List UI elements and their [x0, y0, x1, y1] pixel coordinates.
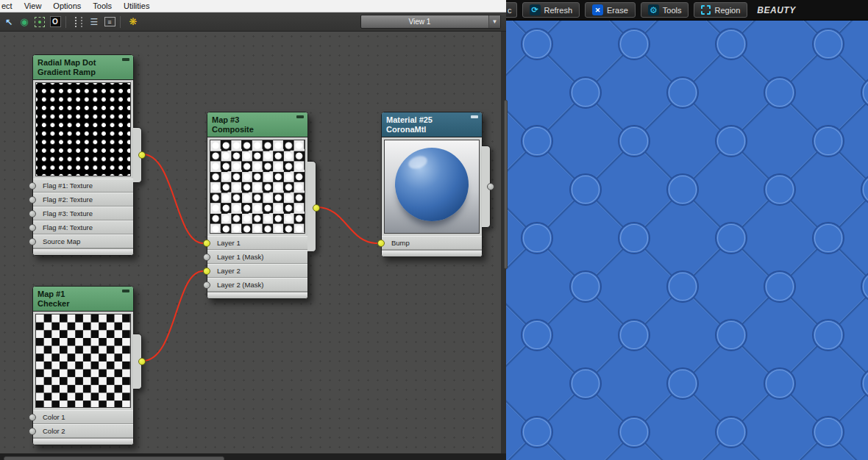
slot-label: Flag #3: Texture — [43, 209, 93, 218]
input-socket[interactable] — [29, 182, 36, 190]
slot-label: Flag #4: Texture — [43, 223, 93, 231]
node-checker[interactable]: Map #1 Checker Color 1 Color 2 — [32, 286, 134, 445]
horizontal-scrollbar[interactable] — [0, 453, 506, 460]
slot-label: Layer 2 — [217, 267, 241, 275]
output-socket[interactable] — [487, 183, 494, 190]
slot-label: Bump — [391, 239, 410, 247]
input-socket[interactable] — [29, 210, 36, 218]
render-pass-label: BEAUTY — [757, 5, 795, 15]
node-subtitle: Gradient Ramp — [38, 68, 129, 77]
slot-layer2-mask[interactable]: Layer 2 (Mask) — [207, 278, 307, 292]
composite-preview[interactable] — [210, 140, 305, 234]
slot-label: Flag #2: Texture — [43, 195, 93, 204]
input-socket[interactable] — [29, 428, 36, 435]
refresh-label: Refresh — [544, 6, 573, 15]
menu-tools[interactable]: Tools — [87, 1, 118, 11]
input-socket[interactable] — [203, 281, 210, 289]
output-socket[interactable] — [138, 151, 146, 159]
node-title: Material #25 — [386, 115, 477, 125]
region-button[interactable]: Region — [694, 2, 747, 18]
editor-toolbar: ↖ ◉ O ☰ ≡ ❋ View 1 ▼ — [0, 12, 506, 32]
select-arrow-icon[interactable]: ↖ — [2, 15, 15, 29]
scrollbar-thumb[interactable] — [504, 100, 508, 269]
layout-all-icon[interactable]: ≡ — [103, 15, 116, 29]
slot-label: Color 1 — [43, 413, 65, 421]
slot-layer1[interactable]: Layer 1 — [207, 236, 307, 250]
collapse-icon[interactable] — [296, 115, 304, 118]
slot-label: Layer 1 (Mask) — [217, 253, 263, 261]
input-socket[interactable] — [29, 414, 36, 421]
slot-label: Layer 2 (Mask) — [217, 281, 263, 289]
collapse-icon[interactable] — [471, 115, 478, 118]
collapse-icon[interactable] — [122, 58, 129, 61]
menu-bar: ect View Options Tools Utilities — [0, 0, 506, 12]
region-icon — [701, 5, 711, 15]
node-title: Map #3 — [212, 115, 303, 125]
input-socket[interactable] — [377, 240, 385, 247]
node-footer[interactable] — [207, 292, 307, 298]
erase-button[interactable]: ✕ Erase — [585, 2, 636, 18]
slot-bump[interactable]: Bump — [382, 236, 482, 250]
slot-label: Flag #1: Texture — [43, 182, 93, 190]
input-socket[interactable] — [203, 240, 210, 247]
node-composite[interactable]: Map #3 Composite Layer 1 Layer 1 (Mask) … — [207, 112, 308, 299]
slot-color1[interactable]: Color 1 — [33, 410, 133, 424]
slot-label: Source Map — [43, 237, 80, 245]
radial-dot-preview[interactable] — [35, 82, 131, 176]
node-header[interactable]: Material #25 CoronaMtl — [382, 112, 482, 137]
node-title: Map #1 — [38, 289, 129, 299]
input-socket[interactable] — [203, 254, 210, 261]
material-sphere-preview[interactable] — [384, 140, 480, 234]
render-map-icon[interactable]: ❋ — [127, 15, 140, 29]
node-footer[interactable] — [33, 248, 133, 255]
menu-view[interactable]: View — [18, 1, 48, 11]
move-children-icon[interactable] — [72, 15, 85, 29]
input-socket[interactable] — [203, 267, 210, 275]
node-footer[interactable] — [382, 250, 482, 256]
output-socket[interactable] — [138, 358, 146, 365]
node-header[interactable]: Map #1 Checker — [33, 287, 133, 312]
slot-color2[interactable]: Color 2 — [33, 424, 133, 438]
slot-flag3[interactable]: Flag #3: Texture — [33, 206, 133, 220]
output-socket[interactable] — [313, 204, 320, 212]
node-header[interactable]: Map #3 Composite — [207, 112, 307, 137]
collapse-icon[interactable] — [122, 290, 129, 292]
clipped-button-label: c — [508, 6, 512, 15]
preview-sphere — [395, 148, 469, 221]
node-footer[interactable] — [33, 438, 133, 445]
tools-button[interactable]: ⚙ Tools — [641, 2, 689, 18]
menu-options[interactable]: Options — [47, 1, 87, 11]
slot-label: Layer 1 — [217, 239, 241, 247]
slot-source-map[interactable]: Source Map — [33, 234, 133, 248]
slot-flag2[interactable]: Flag #2: Texture — [33, 193, 133, 206]
show-background-icon[interactable]: O — [49, 15, 62, 29]
slot-flag4[interactable]: Flag #4: Texture — [33, 220, 133, 234]
scrollbar-thumb[interactable] — [4, 456, 224, 460]
view-selector-dropdown[interactable]: View 1 ▼ — [360, 15, 501, 29]
checker-preview[interactable] — [35, 314, 131, 408]
menu-select[interactable]: ect — [0, 1, 18, 11]
node-gradient-ramp[interactable]: Radial Map Dot Gradient Ramp Flag #1: Te… — [32, 54, 134, 256]
toolbar-separator — [120, 16, 121, 28]
refresh-button[interactable]: ⟳ Refresh — [522, 2, 580, 18]
input-socket[interactable] — [29, 196, 36, 204]
erase-icon: ✕ — [592, 4, 603, 15]
input-socket[interactable] — [29, 224, 36, 231]
slot-flag1[interactable]: Flag #1: Texture — [33, 179, 133, 193]
hide-unused-nodeslots-icon[interactable]: ☰ — [88, 15, 101, 29]
rendered-image[interactable] — [506, 21, 868, 460]
erase-label: Erase — [607, 6, 628, 15]
toolbar-separator — [65, 16, 66, 28]
node-corona-material[interactable]: Material #25 CoronaMtl Bump — [381, 112, 483, 257]
clipped-button[interactable]: c — [506, 2, 517, 18]
input-socket[interactable] — [29, 238, 36, 245]
slot-label: Color 2 — [43, 427, 65, 435]
slot-layer2[interactable]: Layer 2 — [207, 264, 307, 278]
menu-utilities[interactable]: Utilities — [118, 1, 155, 11]
vertical-scrollbar[interactable] — [501, 32, 506, 453]
pick-material-icon[interactable]: ◉ — [18, 15, 31, 29]
region-marquee-icon[interactable] — [33, 15, 46, 29]
chevron-down-icon[interactable]: ▼ — [488, 15, 500, 28]
node-header[interactable]: Radial Map Dot Gradient Ramp — [33, 55, 133, 80]
slot-layer1-mask[interactable]: Layer 1 (Mask) — [207, 250, 307, 264]
